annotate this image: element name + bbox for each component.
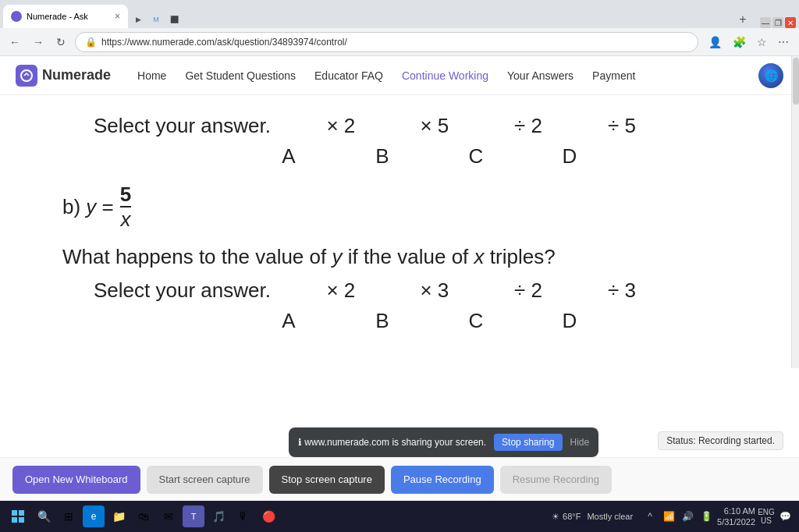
- taskbar-store-icon[interactable]: 🛍: [133, 505, 154, 527]
- scrollbar[interactable]: [791, 56, 799, 368]
- tray-lang: ENG US: [758, 509, 774, 524]
- taskbar-teams-icon[interactable]: T: [183, 505, 204, 527]
- profile-button[interactable]: 👤: [705, 34, 726, 50]
- answer-row-2: Select your answer. × 2 × 3 ÷ 2 ÷ 3: [94, 278, 737, 303]
- formula-section: b) y = 5 x: [62, 184, 737, 229]
- screen-share-message: ℹ www.numerade.com is sharing your scree…: [298, 437, 486, 448]
- tab-extra[interactable]: ▶: [130, 11, 147, 28]
- back-button[interactable]: ←: [6, 33, 23, 51]
- tab-favicon: [11, 11, 22, 22]
- tray-network-icon[interactable]: 📶: [661, 509, 676, 524]
- choice-1d[interactable]: ÷ 5: [598, 114, 645, 138]
- time-text: 6:10 AM: [717, 505, 755, 516]
- new-tab-button[interactable]: +: [733, 11, 752, 28]
- taskbar-music-icon[interactable]: 🎵: [208, 505, 229, 527]
- settings-button[interactable]: ⋯: [774, 34, 793, 50]
- scrollbar-thumb[interactable]: [793, 58, 799, 105]
- letter-1b[interactable]: B: [359, 144, 406, 168]
- nav-home[interactable]: Home: [137, 69, 166, 82]
- toolbar: Open New Whiteboard Start screen capture…: [0, 457, 799, 501]
- taskbar-podcast-icon[interactable]: 🎙: [233, 505, 254, 527]
- fraction: 5 x: [120, 184, 131, 229]
- choice-1b[interactable]: × 5: [411, 114, 458, 138]
- letter-2d[interactable]: D: [546, 309, 593, 333]
- svg-rect-1: [12, 510, 17, 516]
- letter-1a[interactable]: A: [265, 144, 312, 168]
- weather-widget: ☀ 68°F Mostly clear: [552, 512, 633, 522]
- tab-close-icon[interactable]: ×: [115, 11, 120, 22]
- address-bar-row: ← → ↻ 🔒 https://www.numerade.com/ask/que…: [0, 28, 799, 56]
- taskbar-app-icon[interactable]: 🔴: [257, 505, 279, 527]
- pause-recording-button[interactable]: Pause Recording: [391, 466, 494, 494]
- fraction-numerator: 5: [120, 184, 131, 207]
- weather-temp: 68°F: [563, 512, 581, 521]
- nav-educator-faq[interactable]: Educator FAQ: [314, 69, 383, 82]
- taskbar: 🔍 ⊞ e 📁 🛍 ✉ T 🎵 🎙 🔴 ☀ 68°F Mostly clear …: [0, 501, 799, 532]
- screen-share-popup: ℹ www.numerade.com is sharing your scree…: [289, 427, 598, 457]
- svg-rect-3: [12, 517, 17, 523]
- letter-1d[interactable]: D: [546, 144, 593, 168]
- minimize-button[interactable]: —: [760, 17, 771, 28]
- browser-tabs-bar: Numerade - Ask × ▶ M ⬛ + — ❐ ✕: [0, 0, 799, 28]
- restore-button[interactable]: ❐: [772, 17, 783, 28]
- answer-letters-2: A B C D: [265, 309, 737, 333]
- tray-volume-icon[interactable]: 🔊: [680, 509, 695, 524]
- letter-2c[interactable]: C: [453, 309, 499, 333]
- letter-2a[interactable]: A: [265, 309, 312, 333]
- open-whiteboard-button[interactable]: Open New Whiteboard: [12, 466, 140, 494]
- logo[interactable]: Numerade: [16, 65, 111, 87]
- tray-up-icon[interactable]: ^: [642, 509, 658, 524]
- start-capture-button[interactable]: Start screen capture: [147, 466, 263, 494]
- taskbar-edge-icon[interactable]: e: [83, 505, 105, 527]
- choice-2d[interactable]: ÷ 3: [598, 278, 645, 303]
- taskbar-search-icon[interactable]: 🔍: [33, 505, 55, 527]
- logo-text: Numerade: [42, 67, 111, 83]
- active-tab[interactable]: Numerade - Ask ×: [3, 5, 128, 28]
- select-answer-label-2: Select your answer.: [94, 278, 271, 303]
- status-badge: Status: Recording started.: [658, 431, 783, 450]
- system-tray: ^ 📶 🔊 🔋 6:10 AM 5/31/2022 ENG US 💬: [642, 505, 793, 528]
- formula-prefix: b) y =: [62, 195, 114, 219]
- close-button[interactable]: ✕: [785, 17, 796, 28]
- tab-extra3[interactable]: ⬛: [165, 11, 183, 28]
- stop-sharing-button[interactable]: Stop sharing: [494, 434, 562, 451]
- answer-row-1: Select your answer. × 2 × 5 ÷ 2 ÷ 5: [94, 114, 737, 138]
- choice-2c[interactable]: ÷ 2: [505, 278, 552, 303]
- nav-student-questions[interactable]: Get Student Questions: [185, 69, 296, 82]
- notification-icon[interactable]: 💬: [777, 509, 793, 524]
- answer-letters-1: A B C D: [265, 144, 737, 168]
- taskbar-folder-icon[interactable]: 📁: [108, 505, 130, 527]
- svg-rect-4: [19, 517, 24, 523]
- start-button[interactable]: [6, 505, 30, 528]
- date-text: 5/31/2022: [717, 516, 755, 527]
- formula-display: b) y = 5 x: [62, 184, 737, 229]
- choice-1a[interactable]: × 2: [318, 114, 364, 138]
- taskbar-task-icon[interactable]: ⊞: [58, 505, 80, 527]
- taskbar-mail-icon[interactable]: ✉: [158, 505, 179, 527]
- url-bar[interactable]: 🔒 https://www.numerade.com/ask/question/…: [75, 32, 698, 52]
- nav-payment[interactable]: Payment: [592, 69, 635, 82]
- user-avatar[interactable]: 🌐: [758, 63, 783, 88]
- tray-battery-icon[interactable]: 🔋: [698, 509, 714, 524]
- resume-recording-button[interactable]: Resume Recording: [500, 466, 612, 494]
- favorites-button[interactable]: ☆: [753, 34, 771, 50]
- clock: 6:10 AM 5/31/2022: [717, 505, 755, 528]
- hide-button[interactable]: Hide: [570, 437, 590, 448]
- letter-2b[interactable]: B: [359, 309, 406, 333]
- choice-1c[interactable]: ÷ 2: [505, 114, 552, 138]
- nav-your-answers[interactable]: Your Answers: [507, 69, 574, 82]
- choice-2b[interactable]: × 3: [411, 278, 458, 303]
- nav-continue-working[interactable]: Continue Working: [402, 69, 488, 82]
- forward-button[interactable]: →: [30, 33, 47, 51]
- status-text: Status: Recording started.: [666, 435, 775, 446]
- choice-2a[interactable]: × 2: [318, 278, 364, 303]
- svg-point-0: [21, 70, 32, 81]
- tab-extra2[interactable]: M: [147, 11, 165, 28]
- refresh-button[interactable]: ↻: [53, 33, 69, 51]
- logo-icon: [16, 65, 37, 87]
- main-content: Select your answer. × 2 × 5 ÷ 2 ÷ 5 A B …: [0, 95, 799, 457]
- stop-capture-button[interactable]: Stop screen capture: [269, 466, 385, 494]
- extensions-button[interactable]: 🧩: [729, 34, 750, 50]
- letter-1c[interactable]: C: [453, 144, 499, 168]
- browser-action-buttons: 👤 🧩 ☆ ⋯: [705, 34, 793, 50]
